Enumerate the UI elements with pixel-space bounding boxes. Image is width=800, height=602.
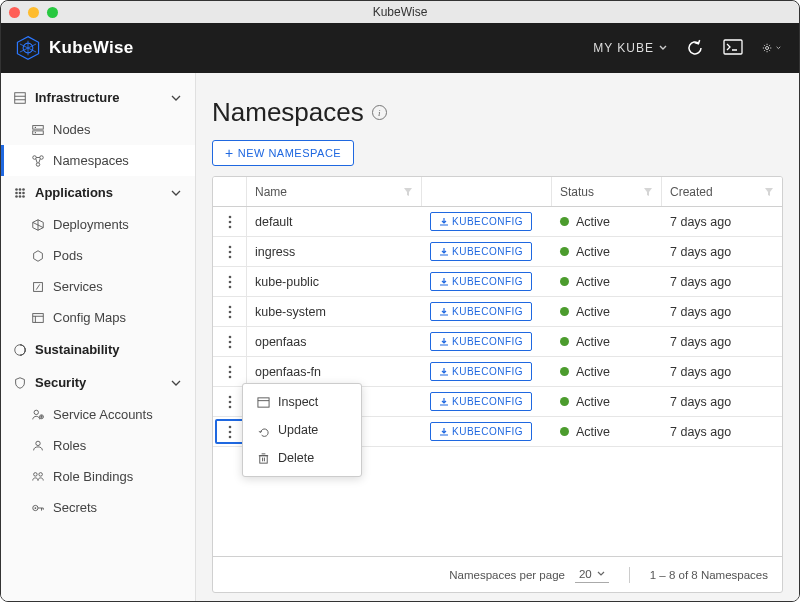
sidebar-item-label: Roles — [53, 438, 86, 453]
svg-point-54 — [228, 275, 231, 278]
pods-icon — [31, 249, 45, 263]
sidebar-item-nodes[interactable]: Nodes — [1, 114, 195, 145]
sidebar-group-security[interactable]: Security — [1, 366, 195, 399]
svg-point-21 — [19, 188, 22, 191]
minimize-window[interactable] — [28, 7, 39, 18]
svg-point-61 — [228, 340, 231, 343]
topbar: KubeWise MY KUBE — [1, 23, 799, 73]
row-actions-button[interactable] — [213, 297, 247, 326]
kubeconfig-button[interactable]: KUBECONFIG — [430, 242, 532, 261]
cell-created: 7 days ago — [662, 245, 782, 259]
svg-rect-14 — [33, 130, 44, 134]
cell-status: Active — [552, 425, 662, 439]
row-actions-button[interactable] — [213, 207, 247, 236]
row-actions-button[interactable] — [213, 327, 247, 356]
namespaces-table: Name Status Created defaultKUBECONFIGAct… — [212, 176, 783, 593]
pagination-range: 1 – 8 of 8 Namespaces — [650, 569, 768, 581]
settings-button[interactable] — [761, 38, 781, 58]
svg-rect-72 — [258, 397, 269, 406]
kubeconfig-button[interactable]: KUBECONFIG — [430, 362, 532, 381]
kubeconfig-button[interactable]: KUBECONFIG — [430, 392, 532, 411]
svg-point-57 — [228, 305, 231, 308]
context-menu-inspect[interactable]: Inspect — [243, 388, 361, 416]
new-namespace-button[interactable]: + NEW NAMESPACE — [212, 140, 354, 166]
sidebar-item-serviceaccounts[interactable]: Service Accounts — [1, 399, 195, 430]
sidebar-item-deployments[interactable]: Deployments — [1, 209, 195, 240]
context-menu-update[interactable]: Update — [243, 416, 361, 444]
kubeconfig-button[interactable]: KUBECONFIG — [430, 272, 532, 291]
svg-point-63 — [228, 365, 231, 368]
table-row: openfaasKUBECONFIGActive7 days ago — [213, 327, 782, 357]
svg-point-55 — [228, 280, 231, 283]
svg-point-20 — [15, 188, 18, 191]
row-actions-button[interactable] — [213, 267, 247, 296]
svg-point-28 — [22, 195, 25, 198]
sidebar-group-label: Security — [35, 375, 86, 390]
sidebar-item-label: Deployments — [53, 217, 129, 232]
nodes-icon — [31, 123, 45, 137]
sidebar-item-pods[interactable]: Pods — [1, 240, 195, 271]
kubeconfig-button[interactable]: KUBECONFIG — [430, 422, 532, 441]
per-page-select[interactable]: 20 — [575, 566, 609, 583]
svg-point-19 — [36, 162, 40, 166]
status-dot-icon — [560, 307, 569, 316]
svg-point-51 — [228, 245, 231, 248]
sidebar-group-applications[interactable]: Applications — [1, 176, 195, 209]
svg-point-56 — [228, 285, 231, 288]
svg-point-65 — [228, 375, 231, 378]
row-actions-button[interactable] — [213, 237, 247, 266]
chevron-down-icon — [171, 379, 181, 387]
kubeconfig-button[interactable]: KUBECONFIG — [430, 212, 532, 231]
kubeconfig-button[interactable]: KUBECONFIG — [430, 302, 532, 321]
maximize-window[interactable] — [47, 7, 58, 18]
my-kube-dropdown[interactable]: MY KUBE — [593, 41, 667, 55]
serviceaccounts-icon — [31, 408, 45, 422]
status-dot-icon — [560, 337, 569, 346]
sidebar-group-infrastructure[interactable]: Infrastructure — [1, 81, 195, 114]
cell-status: Active — [552, 305, 662, 319]
cell-created: 7 days ago — [662, 395, 782, 409]
sidebar-item-services[interactable]: Services — [1, 271, 195, 302]
context-menu-delete[interactable]: Delete — [243, 444, 361, 472]
row-actions-button[interactable] — [213, 357, 247, 386]
sidebar-group-label: Sustainability — [35, 342, 120, 357]
svg-point-69 — [228, 425, 231, 428]
terminal-button[interactable] — [723, 38, 743, 58]
close-window[interactable] — [9, 7, 20, 18]
app-logo-icon — [15, 35, 41, 61]
info-icon[interactable]: i — [372, 105, 387, 120]
svg-point-60 — [228, 335, 231, 338]
inspect-icon — [257, 396, 270, 409]
sidebar-item-configmaps[interactable]: Config Maps — [1, 302, 195, 333]
filter-icon — [643, 187, 653, 197]
sidebar-item-secrets[interactable]: Secrets — [1, 492, 195, 523]
column-header-status[interactable]: Status — [552, 177, 662, 206]
download-icon — [439, 397, 449, 407]
svg-point-52 — [228, 250, 231, 253]
sidebar-item-roles[interactable]: Roles — [1, 430, 195, 461]
kubeconfig-button[interactable]: KUBECONFIG — [430, 332, 532, 351]
refresh-button[interactable] — [685, 38, 705, 58]
filter-icon — [403, 187, 413, 197]
cell-created: 7 days ago — [662, 215, 782, 229]
sidebar-item-namespaces[interactable]: Namespaces — [1, 145, 195, 176]
sidebar-item-rolebindings[interactable]: Role Bindings — [1, 461, 195, 492]
cell-name: kube-public — [247, 275, 422, 289]
svg-rect-34 — [33, 313, 44, 322]
cell-created: 7 days ago — [662, 275, 782, 289]
svg-rect-8 — [724, 40, 742, 54]
svg-rect-74 — [260, 455, 267, 462]
per-page-label: Namespaces per page — [449, 569, 565, 581]
sidebar-item-label: Config Maps — [53, 310, 126, 325]
namespaces-icon — [31, 154, 45, 168]
chevron-down-icon — [171, 189, 181, 197]
sidebar-group-sustainability[interactable]: Sustainability — [1, 333, 195, 366]
sidebar-item-label: Services — [53, 279, 103, 294]
cell-name: ingress — [247, 245, 422, 259]
column-header-created[interactable]: Created — [662, 177, 782, 206]
kebab-icon — [228, 425, 232, 439]
svg-point-66 — [228, 395, 231, 398]
svg-point-58 — [228, 310, 231, 313]
svg-point-26 — [15, 195, 18, 198]
column-header-name[interactable]: Name — [247, 177, 422, 206]
